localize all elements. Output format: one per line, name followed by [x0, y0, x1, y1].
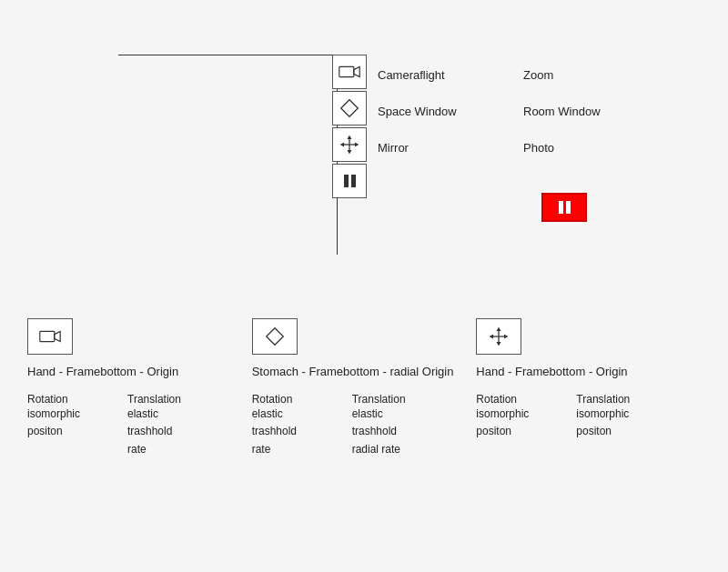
- icon-column: [332, 55, 367, 200]
- svg-marker-8: [355, 142, 359, 146]
- label-zoom: Zoom: [523, 56, 601, 93]
- red-pause-button[interactable]: [541, 193, 587, 222]
- bottom-diamond-svg: [265, 326, 285, 346]
- label-column-1: Cameraflight Space Window Mirror: [378, 56, 457, 202]
- svg-marker-7: [340, 142, 344, 146]
- label-column-2: Zoom Room Window Photo: [523, 56, 601, 202]
- label-room-window: Room Window: [523, 93, 601, 129]
- diamond-icon: [339, 98, 359, 118]
- translation-values-3: isomorphicpositon: [576, 406, 649, 440]
- svg-marker-5: [347, 135, 351, 139]
- svg-marker-16: [490, 334, 493, 338]
- bottom-camera-svg: [39, 328, 61, 345]
- rotation-col-2: Rotation elastictrashholdrate: [252, 393, 325, 458]
- translation-values-2: elastictrashholdradial rate: [352, 406, 425, 458]
- rotation-values-2: elastictrashholdrate: [252, 406, 325, 458]
- bottom-section: Hand - Framebottom - Origin Rotation iso…: [27, 318, 701, 466]
- red-pause-button-area[interactable]: [541, 193, 587, 222]
- bottom-title-3: Hand - Framebottom - Origin: [476, 364, 682, 380]
- rotation-header-3: Rotation: [476, 393, 549, 406]
- label-empty1: [378, 166, 457, 202]
- svg-marker-17: [504, 334, 508, 338]
- rotation-translation-1: Rotation isomorphicpositon Translation e…: [27, 393, 234, 458]
- bottom-camera-icon[interactable]: [27, 318, 73, 355]
- svg-marker-10: [55, 331, 60, 341]
- camera-icon: [339, 64, 360, 80]
- diamond-icon-cell[interactable]: [332, 91, 367, 125]
- horizontal-line: [118, 55, 338, 55]
- translation-header-2: Translation: [352, 393, 425, 406]
- label-mirror: Mirror: [378, 129, 457, 166]
- rotation-translation-3: Rotation isomorphicpositon Translation i…: [476, 393, 682, 440]
- bottom-title-2: Stomach - Framebottom - radial Origin: [252, 364, 459, 380]
- bottom-col-3: Hand - Framebottom - Origin Rotation iso…: [476, 318, 701, 466]
- svg-marker-6: [347, 150, 351, 154]
- translation-col-2: Translation elastictrashholdradial rate: [352, 393, 425, 458]
- bottom-col-2: Stomach - Framebottom - radial Origin Ro…: [252, 318, 477, 466]
- translation-values-1: elastictrashholdrate: [127, 406, 200, 458]
- translation-col-3: Translation isomorphicpositon: [576, 393, 649, 440]
- bottom-move-svg: [489, 326, 509, 346]
- translation-header-3: Translation: [576, 393, 649, 406]
- bottom-diamond-icon[interactable]: [252, 318, 298, 355]
- svg-marker-11: [266, 328, 283, 346]
- rotation-col-3: Rotation isomorphicpositon: [476, 393, 549, 440]
- pause-icon: [344, 175, 356, 187]
- rotation-header-1: Rotation: [27, 393, 100, 406]
- bottom-move-icon[interactable]: [476, 318, 521, 355]
- label-photo: Photo: [523, 129, 601, 166]
- rotation-values-3: isomorphicpositon: [476, 406, 549, 440]
- svg-rect-9: [40, 331, 55, 341]
- bottom-title-1: Hand - Framebottom - Origin: [27, 364, 234, 380]
- move-icon-cell[interactable]: [332, 127, 367, 162]
- rotation-header-2: Rotation: [252, 393, 325, 406]
- rotation-col-1: Rotation isomorphicpositon: [27, 393, 100, 458]
- translation-col-1: Translation elastictrashholdrate: [127, 393, 200, 458]
- red-pause-icon: [559, 201, 571, 214]
- bottom-col-1: Hand - Framebottom - Origin Rotation iso…: [27, 318, 252, 466]
- svg-marker-2: [341, 100, 359, 117]
- svg-marker-15: [497, 342, 501, 346]
- label-space-window: Space Window: [378, 93, 457, 129]
- svg-marker-1: [354, 66, 359, 76]
- svg-marker-14: [497, 327, 501, 331]
- pause-icon-cell[interactable]: [332, 164, 367, 198]
- rotation-values-1: isomorphicpositon: [27, 406, 100, 440]
- camera-icon-cell[interactable]: [332, 55, 367, 89]
- move-icon: [339, 135, 359, 155]
- rotation-translation-2: Rotation elastictrashholdrate Translatio…: [252, 393, 459, 458]
- svg-rect-0: [339, 66, 354, 76]
- translation-header-1: Translation: [127, 393, 200, 406]
- label-cameraflight: Cameraflight: [378, 56, 457, 93]
